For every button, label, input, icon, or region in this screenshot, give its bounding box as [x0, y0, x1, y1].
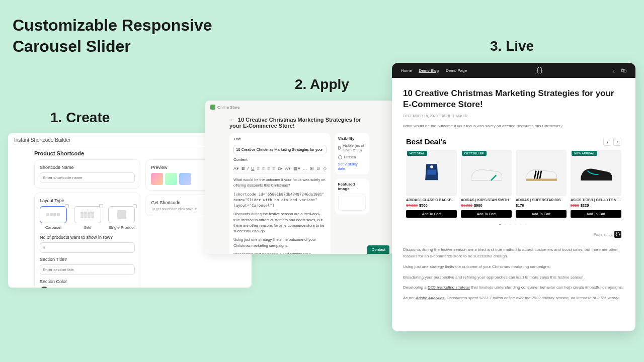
- add-to-cart-button[interactable]: Add To Cart: [406, 210, 457, 218]
- product-card[interactable]: HOT DEAL ADIDAS | CLASSIC BACKPACK | LEG…: [406, 150, 457, 218]
- main-title: Customizable ResponsiveCarousel Slider: [13, 15, 212, 57]
- featured-image-dropzone[interactable]: [338, 194, 366, 211]
- editor-toolbar[interactable]: A▾BIU≡≡≡≡⧉▾A▾▦▾…⊞⊙◇: [233, 164, 327, 174]
- visibility-label: Visibility: [338, 136, 366, 141]
- set-visibility-date[interactable]: Set visibility date: [338, 162, 366, 171]
- step3-label: 3. Live: [490, 38, 534, 54]
- nav-home[interactable]: Home: [401, 68, 412, 73]
- svg-rect-0: [427, 170, 436, 175]
- color-swatch[interactable]: [40, 287, 49, 288]
- content-label: Content: [233, 157, 327, 162]
- nav-page[interactable]: Demo Page: [446, 68, 467, 73]
- rows-label: No of products want to show in row?: [40, 235, 135, 240]
- hidden-radio[interactable]: Hidden: [338, 155, 366, 159]
- layout-grid[interactable]: Grid: [74, 206, 101, 230]
- layout-single[interactable]: Single Product: [108, 206, 135, 230]
- section-title-label: Section Title?: [40, 257, 135, 262]
- article-body: Discounts during the festive season are …: [403, 247, 624, 302]
- article-title-input[interactable]: [233, 145, 327, 154]
- shortcode-name-input[interactable]: [40, 172, 135, 183]
- section-title-input[interactable]: [40, 264, 135, 275]
- product-card[interactable]: BESTSELLER ADIDAS | KID'S STAN SMITH $1,…: [461, 150, 512, 218]
- layout-carousel[interactable]: Carousel: [40, 206, 67, 230]
- live-panel: Home Demo Blog Demo Page {} ⌕🛍 10 Creati…: [392, 63, 635, 331]
- shortcode-name-label: Shortcode Name: [40, 165, 135, 170]
- product-card[interactable]: ADIDAS | SUPERSTAR 80S $170 Add To Cart: [516, 150, 567, 218]
- panel1-subheader: Product Shortcode: [8, 147, 110, 159]
- search-icon[interactable]: ⌕: [612, 67, 616, 73]
- editor-content[interactable]: What would be the outcome if your focus …: [233, 177, 327, 254]
- online-store-crumb[interactable]: Online Store: [217, 105, 239, 110]
- section-color-label: Section Color: [40, 279, 135, 284]
- title-label: Title: [233, 137, 327, 141]
- article-intro: What would be the outcome if your focus …: [403, 124, 624, 128]
- svg-rect-2: [526, 179, 556, 181]
- article-meta: DECEMBER 15, 2023 · RISHI THAKKER: [403, 114, 624, 118]
- deals-heading: Best Deal's: [406, 137, 446, 146]
- carousel-prev[interactable]: ‹: [603, 138, 611, 146]
- layout-type-label: Layout Type: [40, 198, 135, 203]
- site-navbar: Home Demo Blog Demo Page {} ⌕🛍: [392, 63, 635, 78]
- svg-point-1: [430, 165, 433, 168]
- carousel-dots[interactable]: ● ○ ○ ○ ○ ○: [406, 223, 621, 226]
- carousel-next[interactable]: ›: [613, 138, 621, 146]
- powered-logo[interactable]: {}: [614, 231, 621, 238]
- article-title: 10 Creative Christmas Marketing Strategi…: [403, 88, 624, 110]
- contact-button[interactable]: Contact: [367, 245, 389, 254]
- powered-by: Powered by: [594, 233, 612, 236]
- rows-input[interactable]: [40, 242, 135, 253]
- nav-blog[interactable]: Demo Blog: [419, 68, 439, 73]
- add-to-cart-button[interactable]: Add To Cart: [461, 210, 512, 218]
- store-icon: [210, 105, 215, 110]
- apply-panel: Online Store ←10 Creative Christmas Mark…: [205, 101, 393, 254]
- add-to-cart-button[interactable]: Add To Cart: [571, 210, 621, 218]
- back-arrow-icon[interactable]: ←: [229, 117, 235, 123]
- featured-image-label: Featured image: [338, 182, 366, 191]
- step2-label: 2. Apply: [295, 76, 349, 93]
- cart-icon[interactable]: 🛍: [621, 67, 626, 73]
- product-card[interactable]: NEW ARRIVAL ASICS TIGER | GEL-LYTE V '30…: [571, 150, 621, 218]
- site-logo[interactable]: {}: [476, 67, 603, 74]
- add-to-cart-button[interactable]: Add To Cart: [516, 210, 567, 218]
- step1-label: 1. Create: [50, 110, 110, 126]
- visible-radio[interactable]: Visible (as of GMT+5:30): [338, 143, 366, 152]
